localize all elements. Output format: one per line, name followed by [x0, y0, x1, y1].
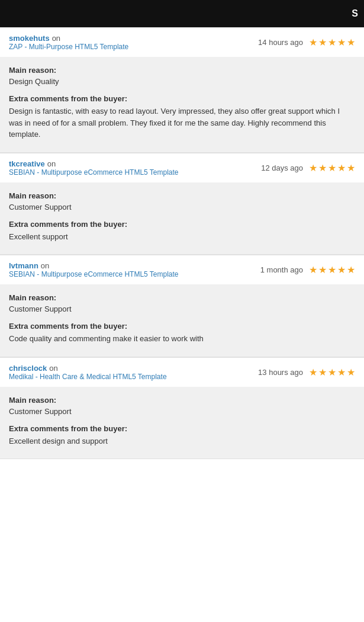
review-body-1: Main reason: Design Quality Extra commen… — [0, 57, 364, 152]
reviewer-template-link-1[interactable]: ZAP - Multi-Purpose HTML5 Template — [9, 43, 128, 51]
stars-2: ★★★★★ — [309, 162, 355, 174]
stars-4: ★★★★★ — [309, 367, 355, 378]
comments-value-3: Code quality and commenting make it easi… — [9, 333, 355, 345]
top-bar-text: S — [352, 8, 358, 19]
review-body-3: Main reason: Customer Support Extra comm… — [0, 284, 364, 357]
review-block-2: tkcreative on SEBIAN - Multipurpose eCom… — [0, 153, 364, 255]
review-header-2: tkcreative on SEBIAN - Multipurpose eCom… — [0, 153, 364, 182]
star-icon: ★ — [318, 264, 327, 275]
reviewer-template-link-4[interactable]: Medikal - Health Care & Medical HTML5 Te… — [9, 373, 167, 381]
reviewer-name-3[interactable]: lvtmann — [9, 261, 38, 270]
star-icon: ★ — [347, 264, 355, 275]
reviewer-on-2: on — [47, 159, 56, 168]
reviewer-info-3: lvtmann on SEBIAN - Multipurpose eCommer… — [9, 261, 179, 278]
review-body-4: Main reason: Customer Support Extra comm… — [0, 387, 364, 459]
reason-label-3: Main reason: — [9, 293, 355, 302]
comments-label-2: Extra comments from the buyer: — [9, 220, 355, 229]
review-block-4: chrisclock on Medikal - Health Care & Me… — [0, 357, 364, 460]
review-header-1: smokehuts on ZAP - Multi-Purpose HTML5 T… — [0, 27, 364, 57]
reason-value-2: Customer Support — [9, 203, 355, 211]
star-icon: ★ — [328, 264, 336, 275]
review-block-3: lvtmann on SEBIAN - Multipurpose eCommer… — [0, 255, 364, 357]
star-icon: ★ — [337, 367, 346, 378]
review-time-1: 14 hours ago — [258, 38, 303, 47]
star-icon: ★ — [318, 162, 327, 174]
reviewer-template-link-3[interactable]: SEBIAN - Multipurpose eCommerce HTML5 Te… — [9, 270, 179, 278]
reviews-container: smokehuts on ZAP - Multi-Purpose HTML5 T… — [0, 27, 364, 459]
reason-value-1: Design Quality — [9, 77, 355, 86]
review-meta-4: 13 hours ago ★★★★★ — [258, 367, 355, 378]
star-icon: ★ — [337, 37, 346, 48]
stars-3: ★★★★★ — [309, 264, 355, 275]
comments-label-1: Extra comments from the buyer: — [9, 94, 355, 103]
stars-1: ★★★★★ — [309, 37, 355, 48]
reviewer-name-row-3: lvtmann on — [9, 261, 179, 270]
reviewer-name-2[interactable]: tkcreative — [9, 159, 45, 168]
reviewer-on-4: on — [49, 364, 57, 373]
review-meta-3: 1 month ago ★★★★★ — [260, 264, 355, 275]
review-body-2: Main reason: Customer Support Extra comm… — [0, 182, 364, 255]
star-icon: ★ — [328, 37, 336, 48]
reason-value-4: Customer Support — [9, 407, 355, 416]
comments-value-1: Design is fantastic, with easy to read l… — [9, 105, 355, 140]
reviewer-name-row-1: smokehuts on — [9, 34, 128, 43]
star-icon: ★ — [318, 37, 327, 48]
reviewer-info-4: chrisclock on Medikal - Health Care & Me… — [9, 364, 167, 381]
review-time-2: 12 days ago — [261, 163, 303, 172]
review-time-4: 13 hours ago — [258, 368, 303, 377]
star-icon: ★ — [347, 162, 355, 174]
star-icon: ★ — [309, 37, 317, 48]
reviewer-on-1: on — [52, 34, 60, 43]
reviewer-name-4[interactable]: chrisclock — [9, 364, 47, 373]
star-icon: ★ — [337, 162, 346, 174]
star-icon: ★ — [347, 367, 355, 378]
star-icon: ★ — [328, 367, 336, 378]
reviewer-template-link-2[interactable]: SEBIAN - Multipurpose eCommerce HTML5 Te… — [9, 168, 179, 177]
star-icon: ★ — [318, 367, 327, 378]
star-icon: ★ — [309, 264, 317, 275]
review-meta-2: 12 days ago ★★★★★ — [261, 162, 355, 174]
star-icon: ★ — [347, 37, 355, 48]
reviewer-on-3: on — [41, 261, 49, 270]
star-icon: ★ — [337, 264, 346, 275]
comments-value-4: Excellent design and support — [9, 435, 355, 447]
reviewer-name-row-2: tkcreative on — [9, 159, 179, 168]
reviewer-info-1: smokehuts on ZAP - Multi-Purpose HTML5 T… — [9, 34, 128, 51]
reason-label-1: Main reason: — [9, 66, 355, 75]
reason-value-3: Customer Support — [9, 304, 355, 313]
reason-label-2: Main reason: — [9, 191, 355, 200]
review-header-3: lvtmann on SEBIAN - Multipurpose eCommer… — [0, 255, 364, 284]
reviewer-info-2: tkcreative on SEBIAN - Multipurpose eCom… — [9, 159, 179, 177]
top-bar: S — [0, 0, 364, 27]
reason-label-4: Main reason: — [9, 396, 355, 405]
comments-value-2: Excellent support — [9, 231, 355, 243]
reviewer-name-1[interactable]: smokehuts — [9, 34, 50, 43]
review-block-1: smokehuts on ZAP - Multi-Purpose HTML5 T… — [0, 27, 364, 153]
star-icon: ★ — [309, 162, 317, 174]
review-header-4: chrisclock on Medikal - Health Care & Me… — [0, 357, 364, 387]
comments-label-3: Extra comments from the buyer: — [9, 322, 355, 331]
comments-label-4: Extra comments from the buyer: — [9, 424, 355, 433]
star-icon: ★ — [309, 367, 317, 378]
star-icon: ★ — [328, 162, 336, 174]
review-meta-1: 14 hours ago ★★★★★ — [258, 37, 355, 48]
reviewer-name-row-4: chrisclock on — [9, 364, 167, 373]
review-time-3: 1 month ago — [260, 265, 303, 274]
